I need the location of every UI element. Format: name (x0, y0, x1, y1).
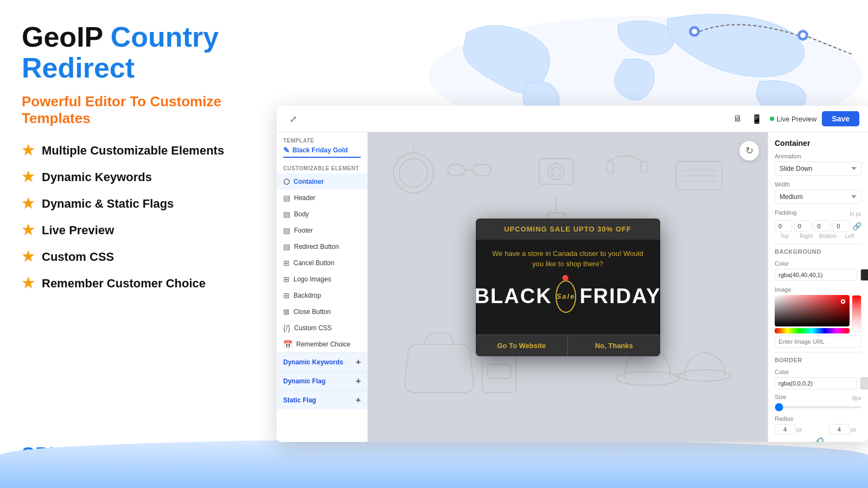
desktop-icon[interactable]: 🖥 (730, 111, 745, 126)
feature-item-1: ★ Multiple Customizable Elements (22, 142, 282, 159)
bg-color-input[interactable] (775, 269, 857, 281)
sidebar-item-remember-label: Remember Choice (296, 341, 350, 348)
live-preview-button[interactable]: Live Preview (770, 115, 817, 123)
star-icon-3: ★ (22, 195, 34, 212)
keywords-plus-icon: + (356, 357, 361, 367)
sidebar-item-body-label: Body (294, 210, 309, 218)
sidebar-item-footer[interactable]: ▤ Footer (277, 222, 367, 239)
feature-item-6: ★ Remember Customer Choice (22, 275, 282, 292)
svg-point-22 (616, 371, 679, 385)
canvas-refresh-button[interactable]: ↻ (739, 141, 759, 160)
opacity-slider[interactable] (852, 295, 861, 332)
subtitle: Powerful Editor To Customize Templates (22, 93, 282, 127)
radius-tl-input[interactable] (775, 424, 795, 435)
popup-modal: UPCOMING SALE UPTO 30% OFF We have a sto… (476, 219, 660, 356)
sidebar-item-logo-label: Logo Images (293, 275, 331, 283)
divider-2 (775, 352, 861, 352)
sale-badge: 🔴 Sale (556, 280, 577, 313)
svg-point-2 (692, 29, 697, 34)
width-select[interactable]: Medium (775, 190, 861, 204)
container-icon: ⬡ (283, 177, 290, 186)
keywords-label: Dynamic Keywords (283, 358, 343, 366)
svg-rect-20 (482, 350, 516, 393)
sidebar-item-cancel[interactable]: ⊞ Cancel Button (277, 255, 367, 271)
sidebar-item-close[interactable]: ⊠ Close Button (277, 304, 367, 320)
sidebar-item-header[interactable]: ▤ Header (277, 190, 367, 206)
sidebar-item-backdrop-label: Backdrop (293, 292, 321, 299)
sidebar-static-expand[interactable]: Static Flag + (277, 390, 367, 409)
sidebar-item-css-label: Custom CSS (294, 324, 331, 332)
border-color-swatch[interactable] (860, 377, 868, 389)
border-color-input[interactable] (775, 377, 857, 389)
animation-select[interactable]: Slide Down (775, 162, 861, 176)
mobile-icon[interactable]: 📱 (749, 111, 764, 126)
sidebar-item-css[interactable]: {/} Custom CSS (277, 320, 367, 336)
sidebar-flag-expand[interactable]: Dynamic Flag + (277, 371, 367, 390)
go-to-website-button[interactable]: Go To Website (476, 335, 569, 356)
sidebar-item-body[interactable]: ▤ Body (277, 206, 367, 222)
sidebar-item-logo[interactable]: ⊞ Logo Images (277, 271, 367, 287)
padding-top-input[interactable] (775, 220, 792, 232)
feature-label-6: Remember Customer Choice (42, 277, 206, 291)
radius-tl-unit: px (796, 427, 802, 433)
sidebar-keywords-expand[interactable]: Dynamic Keywords + (277, 352, 367, 371)
pad-bottom-label: Bottom (818, 233, 838, 239)
pad-left-label: Left (840, 233, 859, 239)
expand-icon[interactable]: ⤢ (285, 111, 301, 126)
svg-point-12 (548, 164, 564, 179)
radius-label: Radius (775, 415, 861, 422)
padding-right-input[interactable] (794, 220, 812, 232)
sidebar-item-header-label: Header (294, 194, 315, 202)
feature-item-3: ★ Dynamic & Static Flags (22, 195, 282, 212)
padding-link-icon[interactable]: 🔗 (852, 222, 861, 230)
border-size-slider[interactable] (775, 406, 861, 408)
pad-top-label: Top (775, 233, 794, 239)
feature-item-4: ★ Live Preview (22, 222, 282, 239)
static-label: Static Flag (283, 396, 316, 404)
topbar-icons: ⤢ (285, 111, 301, 126)
template-name: ✎ Black Friday Gold (283, 146, 361, 158)
padding-bottom-input[interactable] (814, 220, 831, 232)
backdrop-icon: ⊞ (283, 291, 290, 300)
template-name-text: Black Friday Gold (292, 146, 348, 154)
sidebar-template: TEMPLATE ✎ Black Friday Gold (277, 132, 367, 161)
feature-list: ★ Multiple Customizable Elements ★ Dynam… (22, 142, 282, 292)
sidebar-item-remember[interactable]: 📅 Remember Choice (277, 336, 367, 352)
sale-text: Sale (557, 292, 576, 300)
padding-left-input[interactable] (833, 220, 850, 232)
header-icon: ▤ (283, 194, 290, 202)
save-button[interactable]: Save (822, 111, 859, 126)
radius-tr-input[interactable] (829, 424, 850, 435)
sidebar-item-close-label: Close Button (293, 308, 331, 316)
radius-link-icon[interactable]: 🔗 (812, 437, 824, 442)
hue-slider[interactable] (775, 328, 850, 333)
radius-tr-unit: px (851, 427, 857, 433)
star-icon-5: ★ (22, 248, 34, 265)
star-icon-4: ★ (22, 222, 34, 239)
popup-header: UPCOMING SALE UPTO 30% OFF (476, 219, 660, 240)
color-gradient-area[interactable] (775, 295, 850, 333)
pad-right-label: Right (796, 233, 816, 239)
color-picker-handle[interactable] (841, 299, 845, 304)
border-section-label: BORDER (775, 357, 861, 363)
editor-body: TEMPLATE ✎ Black Friday Gold CUSTOMIZABL… (277, 132, 868, 442)
sidebar-item-redirect[interactable]: ▤ Redirect Button (277, 239, 367, 255)
star-icon-6: ★ (22, 275, 34, 292)
template-edit-icon: ✎ (283, 146, 290, 155)
image-url-input[interactable] (775, 336, 861, 348)
svg-rect-11 (539, 159, 573, 184)
feature-label-4: Live Preview (42, 223, 114, 237)
feature-label-1: Multiple Customizable Elements (42, 144, 224, 158)
size-label: Size (775, 394, 786, 400)
editor-topbar: ⤢ 🖥 📱 Live Preview Save (277, 106, 868, 132)
editor-window: ⤢ 🖥 📱 Live Preview Save TEMPLATE ✎ (277, 106, 868, 442)
prop-section-title: Container (775, 139, 861, 147)
sidebar-item-container[interactable]: ⬡ Container (277, 174, 367, 190)
padding-label: Padding (775, 209, 796, 216)
left-panel: GeoIP Country Redirect Powerful Editor T… (22, 22, 282, 308)
no-thanks-button[interactable]: No, Thanks (568, 335, 660, 356)
sidebar-item-backdrop[interactable]: ⊞ Backdrop (277, 287, 367, 304)
border-color-label: Color (775, 369, 861, 375)
bg-color-swatch[interactable] (860, 269, 868, 281)
svg-rect-9 (474, 164, 491, 176)
